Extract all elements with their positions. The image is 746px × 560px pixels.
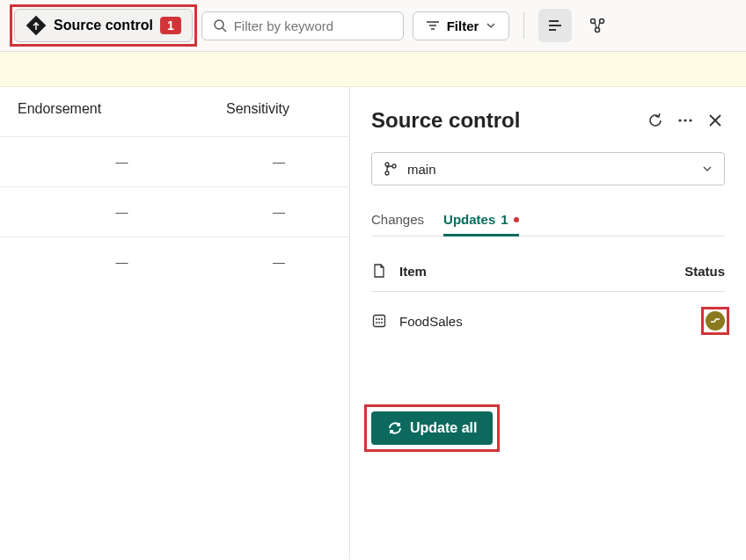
svg-point-28 xyxy=(381,322,383,324)
search-icon xyxy=(213,18,227,33)
source-control-panel: Source control main Changes xyxy=(350,87,746,559)
svg-rect-22 xyxy=(374,316,385,327)
svg-point-25 xyxy=(381,318,383,320)
endorsement-cell: — xyxy=(18,255,226,269)
endorsement-cell: — xyxy=(18,205,226,219)
source-control-label: Source control xyxy=(54,18,153,33)
item-list-header: Item Status xyxy=(371,263,725,292)
svg-point-14 xyxy=(678,119,681,121)
svg-point-20 xyxy=(385,171,389,175)
svg-point-21 xyxy=(392,164,396,168)
svg-point-23 xyxy=(376,318,377,320)
source-control-button[interactable]: Source control 1 xyxy=(14,9,193,42)
table-row[interactable]: — — xyxy=(0,236,349,287)
tab-updates[interactable]: Updates 1 xyxy=(443,207,519,236)
svg-point-11 xyxy=(596,28,600,33)
toolbar-divider xyxy=(523,12,524,39)
chevron-down-icon xyxy=(486,20,496,31)
table-row[interactable]: — — xyxy=(0,186,349,236)
lineage-icon xyxy=(589,17,606,34)
search-input[interactable] xyxy=(234,18,401,33)
table-row[interactable]: — — xyxy=(0,136,349,186)
status-column-header: Status xyxy=(684,264,725,279)
svg-point-1 xyxy=(215,20,223,29)
sensitivity-cell: — xyxy=(226,155,332,169)
endorsement-cell: — xyxy=(18,155,226,169)
close-button[interactable] xyxy=(706,111,725,130)
branch-select[interactable]: main xyxy=(371,152,725,185)
list-view-button[interactable] xyxy=(538,9,572,42)
source-control-diamond-icon xyxy=(26,15,47,36)
svg-point-15 xyxy=(684,119,686,121)
list-icon xyxy=(546,17,564,34)
lineage-view-button[interactable] xyxy=(581,9,614,42)
more-options-button[interactable] xyxy=(676,111,695,130)
item-row[interactable]: FoodSales xyxy=(371,292,725,350)
chevron-down-icon xyxy=(701,163,713,175)
column-header-sensitivity[interactable]: Sensitivity xyxy=(226,101,332,117)
item-column-header: Item xyxy=(399,264,674,279)
svg-line-2 xyxy=(223,28,226,32)
panel-title: Source control xyxy=(371,108,635,133)
sensitivity-cell: — xyxy=(226,255,332,269)
filter-label: Filter xyxy=(447,18,479,33)
source-control-badge: 1 xyxy=(160,17,181,34)
top-toolbar: Source control 1 Filter xyxy=(0,0,746,52)
svg-point-16 xyxy=(689,119,691,121)
sensitivity-cell: — xyxy=(226,205,332,219)
dataset-icon xyxy=(371,313,389,329)
search-box[interactable] xyxy=(201,11,404,40)
panel-tabs: Changes Updates 1 xyxy=(371,207,725,236)
file-icon xyxy=(371,263,389,279)
updates-indicator-dot xyxy=(514,217,519,222)
status-highlight xyxy=(701,307,729,335)
svg-point-19 xyxy=(385,163,389,166)
notification-band xyxy=(0,52,746,87)
item-name: FoodSales xyxy=(399,314,688,329)
items-grid: Endorsement Sensitivity — — — — — — xyxy=(0,87,350,559)
branch-icon xyxy=(383,161,399,177)
branch-name: main xyxy=(407,162,692,177)
tab-changes[interactable]: Changes xyxy=(371,207,424,236)
svg-line-12 xyxy=(595,22,596,28)
svg-point-27 xyxy=(378,322,380,324)
update-all-highlight xyxy=(364,404,500,452)
filter-button[interactable]: Filter xyxy=(413,11,510,40)
column-header-endorsement[interactable]: Endorsement xyxy=(18,101,226,117)
refresh-button[interactable] xyxy=(646,111,665,130)
filter-icon xyxy=(426,18,440,33)
svg-line-13 xyxy=(598,22,600,28)
svg-point-24 xyxy=(378,318,380,320)
svg-point-26 xyxy=(376,322,377,324)
